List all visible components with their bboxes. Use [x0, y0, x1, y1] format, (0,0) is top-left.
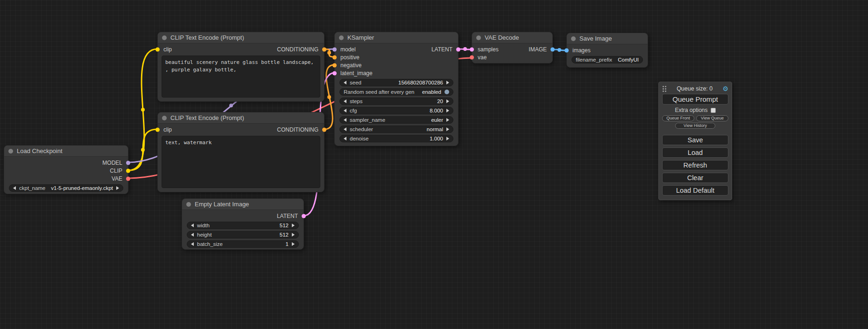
node-clip-text-encode-positive[interactable]: CLIP Text Encode (Prompt) clip CONDITION… [157, 32, 325, 102]
decrement-arrow-icon[interactable] [344, 137, 346, 140]
increment-arrow-icon[interactable] [446, 137, 449, 140]
drag-handle-icon[interactable] [662, 85, 667, 92]
widget-ckpt-name[interactable]: ckpt_name v1-5-pruned-emaonly.ckpt [9, 184, 123, 192]
widget-filename-prefix[interactable]: filename_prefix ComfyUI [572, 56, 643, 63]
increment-arrow-icon[interactable] [292, 233, 295, 237]
extra-options-label: Extra options [675, 107, 707, 113]
input-label-clip: clip [163, 126, 172, 133]
next-value-arrow-icon[interactable] [116, 186, 119, 190]
widget-cfg[interactable]: cfg 8.000 [339, 107, 453, 114]
collapse-dot-icon[interactable] [339, 35, 344, 40]
next-value-arrow-icon[interactable] [446, 127, 449, 131]
node-load-checkpoint[interactable]: Load Checkpoint MODEL CLIP VAE ckpt_name… [4, 145, 128, 194]
decrement-arrow-icon[interactable] [191, 224, 194, 227]
link-midpoint-dot [229, 104, 233, 107]
increment-arrow-icon[interactable] [292, 242, 295, 246]
widget-width[interactable]: width 512 [187, 222, 299, 229]
increment-arrow-icon[interactable] [446, 109, 449, 112]
conditioning-output-dot[interactable] [322, 127, 326, 132]
collapse-dot-icon[interactable] [162, 116, 167, 120]
decrement-arrow-icon[interactable] [191, 242, 194, 246]
node-title-bar[interactable]: KSampler [335, 32, 458, 43]
output-slot-vae: VAE [4, 175, 128, 182]
prev-value-arrow-icon[interactable] [344, 118, 346, 122]
collapse-dot-icon[interactable] [476, 35, 481, 40]
node-title-bar[interactable]: VAE Decode [472, 32, 552, 43]
node-graph-canvas[interactable]: Load Checkpoint MODEL CLIP VAE ckpt_name… [0, 0, 868, 329]
latent-image-input-dot[interactable] [332, 71, 337, 75]
widget-batch-size[interactable]: batch_size 1 [187, 240, 299, 248]
extra-options-checkbox[interactable] [711, 108, 716, 113]
negative-input-dot[interactable] [332, 63, 337, 67]
prev-value-arrow-icon[interactable] [13, 186, 16, 190]
clip-output-dot[interactable] [126, 168, 130, 173]
widget-random-seed-toggle[interactable]: Random seed after every gen enabled [339, 88, 453, 96]
vae-output-dot[interactable] [126, 176, 130, 181]
node-title-bar[interactable]: Load Checkpoint [4, 146, 128, 157]
widget-steps[interactable]: steps 20 [339, 98, 453, 105]
node-ksampler[interactable]: KSampler model LATENT positive negative … [334, 32, 459, 146]
model-output-dot[interactable] [126, 161, 130, 165]
node-title-bar[interactable]: Save Image [567, 33, 648, 44]
widget-value: 8.000 [430, 108, 443, 113]
load-button[interactable]: Load [662, 147, 728, 158]
node-clip-text-encode-negative[interactable]: CLIP Text Encode (Prompt) clip CONDITION… [157, 112, 325, 192]
output-label-latent: LATENT [277, 213, 298, 219]
positive-prompt-textarea[interactable]: beautiful scenery nature glass bottle la… [162, 56, 320, 98]
model-input-dot[interactable] [332, 47, 337, 51]
view-queue-button[interactable]: View Queue [696, 115, 728, 121]
node-title-bar[interactable]: Empty Latent Image [182, 199, 303, 210]
node-empty-latent-image[interactable]: Empty Latent Image LATENT width 512 heig… [182, 198, 304, 250]
settings-gear-icon[interactable]: ⚙ [722, 85, 728, 92]
image-output-dot[interactable] [550, 47, 555, 51]
vae-input-dot[interactable] [470, 55, 474, 59]
increment-arrow-icon[interactable] [446, 99, 449, 103]
widget-denoise[interactable]: denoise 1.000 [339, 135, 453, 142]
queue-prompt-button[interactable]: Queue Prompt [662, 94, 728, 105]
images-input-dot[interactable] [565, 48, 569, 52]
node-title-bar[interactable]: CLIP Text Encode (Prompt) [158, 32, 324, 43]
node-title: Load Checkpoint [17, 147, 63, 154]
collapse-dot-icon[interactable] [162, 35, 167, 40]
clear-button[interactable]: Clear [662, 173, 728, 183]
collapse-dot-icon[interactable] [571, 36, 576, 41]
widget-name: ckpt_name [19, 185, 45, 191]
widget-name: cfg [350, 108, 357, 113]
clip-input-dot[interactable] [155, 127, 160, 132]
increment-arrow-icon[interactable] [446, 81, 449, 84]
save-button[interactable]: Save [662, 135, 728, 145]
latent-output-dot[interactable] [302, 214, 306, 218]
collapse-dot-icon[interactable] [8, 149, 13, 154]
load-default-button[interactable]: Load Default [662, 185, 728, 196]
decrement-arrow-icon[interactable] [344, 99, 346, 103]
node-save-image[interactable]: Save Image images filename_prefix ComfyU… [566, 33, 648, 68]
output-label-image: IMAGE [529, 46, 547, 53]
conditioning-output-dot[interactable] [322, 47, 326, 51]
widget-height[interactable]: height 512 [187, 231, 299, 238]
node-vae-decode[interactable]: VAE Decode samples IMAGE vae [472, 32, 553, 63]
decrement-arrow-icon[interactable] [344, 81, 346, 84]
view-history-button[interactable]: View History [675, 123, 715, 129]
increment-arrow-icon[interactable] [292, 224, 295, 227]
output-label-clip: CLIP [110, 168, 122, 174]
positive-input-dot[interactable] [332, 55, 337, 59]
decrement-arrow-icon[interactable] [191, 233, 194, 237]
negative-prompt-textarea[interactable]: text, watermark [162, 136, 320, 188]
prev-value-arrow-icon[interactable] [344, 127, 346, 131]
refresh-button[interactable]: Refresh [662, 160, 728, 170]
clip-input-dot[interactable] [155, 47, 160, 51]
latent-output-dot[interactable] [456, 47, 460, 51]
widget-value: 1 [286, 241, 289, 247]
link-midpoint-dot [141, 108, 145, 112]
widget-sampler-name[interactable]: sampler_name euler [339, 116, 453, 124]
widget-value: 512 [280, 223, 289, 228]
next-value-arrow-icon[interactable] [446, 118, 449, 122]
toggle-dot-icon[interactable] [445, 90, 449, 94]
queue-front-button[interactable]: Queue Front [662, 115, 694, 121]
node-title-bar[interactable]: CLIP Text Encode (Prompt) [158, 112, 324, 124]
collapse-dot-icon[interactable] [186, 202, 191, 207]
samples-input-dot[interactable] [470, 47, 474, 51]
decrement-arrow-icon[interactable] [344, 109, 346, 112]
widget-scheduler[interactable]: scheduler normal [339, 126, 453, 133]
widget-seed[interactable]: seed 156680208700286 [339, 79, 453, 86]
